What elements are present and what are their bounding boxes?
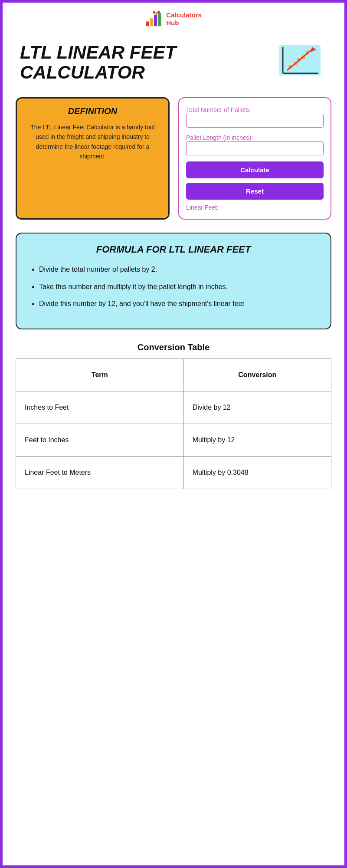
reset-button[interactable]: Reset — [186, 183, 324, 200]
title-section: LTL LINEAR FEET CALCULATOR — [3, 32, 344, 89]
formula-title: FORMULA FOR LTL LINEAR FEET — [29, 244, 318, 255]
formula-step-2: Take this number and multiply it by the … — [39, 281, 318, 293]
length-label: Pallet Length (in inches): — [186, 134, 253, 141]
logo-text: Calculators Hub — [166, 11, 202, 27]
term-inches-to-feet: Inches to Feet — [16, 391, 184, 424]
svg-point-6 — [157, 11, 160, 13]
cards-row: DEFINITION The LTL Linear Feet Calculato… — [3, 89, 344, 228]
logo-icon — [145, 10, 163, 28]
page-title: LTL LINEAR FEET CALCULATOR — [20, 43, 266, 82]
logo-line1: Calculators — [166, 11, 202, 19]
length-input[interactable] — [186, 141, 324, 155]
table-row: Linear Feet to Meters Multiply by 0.3048 — [16, 456, 331, 489]
formula-step-1: Divide the total number of pallets by 2. — [39, 264, 318, 275]
formula-list: Divide the total number of pallets by 2.… — [29, 264, 318, 309]
table-row: Inches to Feet Divide by 12 — [16, 391, 331, 424]
page-header: Calculators Hub — [3, 3, 344, 32]
conversion-inches-to-feet: Divide by 12 — [183, 391, 331, 424]
conversion-table: Term Conversion Inches to Feet Divide by… — [16, 358, 331, 489]
definition-heading: DEFINITION — [24, 106, 161, 116]
svg-rect-2 — [154, 15, 157, 26]
definition-body: The LTL Linear Feet Calculator is a hand… — [24, 122, 161, 161]
conversion-feet-to-inches: Multiply by 12 — [183, 424, 331, 456]
formula-step-3: Divide this number by 12, and you'll hav… — [39, 298, 318, 309]
svg-rect-3 — [158, 13, 161, 26]
calculate-button[interactable]: Calculate — [186, 161, 324, 178]
pallets-label: Total Number of Pallets: — [186, 106, 251, 113]
table-row: Feet to Inches Multiply by 12 — [16, 424, 331, 456]
svg-rect-1 — [150, 18, 153, 26]
pallets-input[interactable] — [186, 114, 324, 128]
logo: Calculators Hub — [145, 10, 202, 28]
svg-point-4 — [155, 12, 158, 15]
conversion-title: Conversion Table — [16, 342, 331, 352]
conversion-section: Conversion Table Term Conversion Inches … — [3, 338, 344, 506]
col-header-term: Term — [16, 358, 184, 391]
formula-section: FORMULA FOR LTL LINEAR FEET Divide the t… — [16, 233, 331, 329]
svg-point-5 — [153, 11, 155, 13]
definition-card: DEFINITION The LTL Linear Feet Calculato… — [16, 97, 170, 220]
calculator-card: Total Number of Pallets: Pallet Length (… — [178, 97, 331, 220]
col-header-conversion: Conversion — [183, 358, 331, 391]
term-feet-to-inches: Feet to Inches — [16, 424, 184, 456]
svg-rect-0 — [146, 21, 149, 26]
term-linear-feet-to-meters: Linear Feet to Meters — [16, 456, 184, 489]
conversion-linear-feet-to-meters: Multiply by 0.3048 — [183, 456, 331, 489]
scatter-chart-icon — [275, 41, 327, 84]
result-label: Linear Feet: — [186, 204, 324, 211]
logo-line2: Hub — [166, 19, 202, 27]
